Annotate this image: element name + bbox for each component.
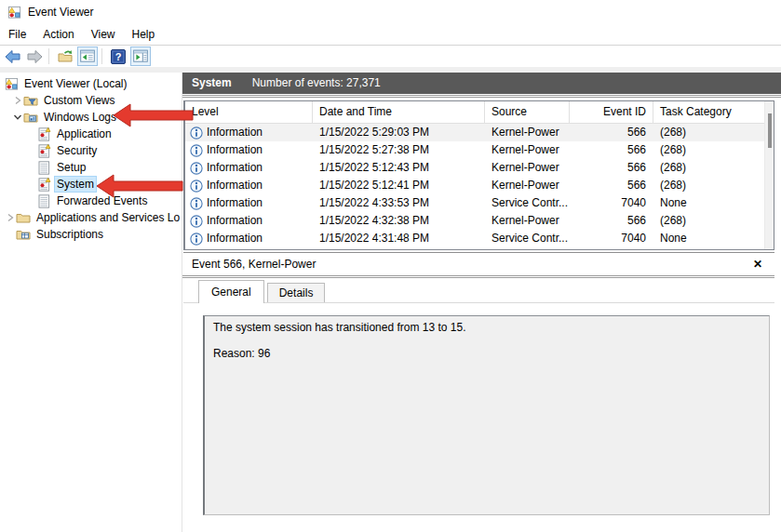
sidebar-item-application[interactable]: Application [0, 126, 182, 142]
show-console-tree-button[interactable] [77, 47, 98, 66]
cell-datetime: 1/15/2022 5:12:41 PM [313, 177, 485, 194]
sidebar-item-event-viewer-local[interactable]: Event Viewer (Local) [0, 75, 182, 92]
cell-level: Information [185, 159, 313, 177]
toolbar: ? [0, 45, 781, 67]
column-header-event-id[interactable]: Event ID [570, 101, 653, 124]
information-icon [190, 197, 203, 210]
back-arrow-icon [5, 49, 20, 64]
chevron-expanded-icon[interactable] [11, 113, 23, 122]
help-icon: ? [111, 49, 126, 64]
cell-task-category: None [653, 230, 764, 247]
help-button[interactable]: ? [108, 47, 128, 66]
sidebar-item-setup[interactable]: Setup [0, 159, 182, 176]
cell-event-id: 566 [570, 212, 653, 230]
menu-action[interactable]: Action [34, 25, 82, 44]
log-icon [37, 161, 51, 175]
cell-source: Service Contr... [485, 230, 570, 247]
column-header-date-and-time[interactable]: Date and Time [313, 101, 485, 124]
cell-event-id: 566 [570, 124, 653, 141]
event-row[interactable]: Information 1/15/2022 4:31:48 PM Service… [185, 230, 764, 247]
sidebar-item-subscriptions[interactable]: Subscriptions [0, 226, 182, 243]
forward-button[interactable] [24, 47, 45, 66]
preview-title: Event 566, Kernel-Power [192, 258, 316, 271]
cell-level: Information [185, 177, 313, 194]
console-tree-icon [80, 49, 95, 63]
close-icon[interactable]: ✕ [753, 253, 762, 275]
event-row[interactable]: Information 1/15/2022 5:27:38 PM Kernel-… [185, 141, 764, 159]
sidebar-item-system[interactable]: System [0, 176, 182, 193]
events-table-header: Level Date and Time Source Event ID Task… [185, 101, 764, 124]
event-viewer-window: Event Viewer File Action View Help [0, 0, 781, 532]
cell-source: Kernel-Power [485, 141, 570, 159]
chevron-right-icon[interactable] [11, 96, 23, 105]
sidebar-item-applications-and-services-logs[interactable]: Applications and Services Lo [0, 209, 182, 226]
back-button[interactable] [2, 47, 22, 66]
event-row[interactable]: Information 1/15/2022 4:32:38 PM Kernel-… [185, 212, 764, 230]
event-row[interactable]: Information 1/15/2022 5:12:41 PM Kernel-… [185, 177, 764, 194]
tab-details[interactable]: Details [267, 283, 326, 302]
cell-event-id: 7040 [570, 230, 653, 247]
cell-datetime: 1/15/2022 4:33:53 PM [313, 194, 485, 212]
show-action-pane-button[interactable] [130, 47, 151, 66]
event-row[interactable]: Information 1/15/2022 5:12:43 PM Kernel-… [185, 159, 764, 177]
selected-tree-item-label: System [55, 177, 96, 192]
cell-source: Kernel-Power [485, 159, 570, 177]
event-description-box[interactable]: The system session has transitioned from… [203, 315, 770, 515]
vertical-scrollbar[interactable] [764, 101, 774, 249]
menu-view[interactable]: View [83, 25, 124, 44]
window-title: Event Viewer [28, 6, 93, 19]
event-row-partial[interactable] [185, 247, 764, 250]
column-header-level[interactable]: Level [185, 101, 313, 124]
column-header-source[interactable]: Source [485, 101, 570, 124]
cell-datetime: 1/15/2022 5:27:38 PM [313, 141, 485, 159]
cell-task-category: None [653, 194, 764, 212]
toolbar-separator [48, 48, 49, 64]
cell-task-category: (268) [653, 177, 764, 194]
information-icon [190, 180, 203, 193]
event-viewer-app-icon [7, 6, 21, 20]
event-reason: Reason: 96 [213, 347, 761, 360]
folder-export-icon [58, 49, 73, 64]
title-bar: Event Viewer [0, 0, 781, 24]
cell-task-category: (268) [653, 124, 764, 141]
subscriptions-folder-icon [16, 227, 31, 242]
event-viewer-icon [5, 77, 19, 91]
cell-task-category: (268) [653, 159, 764, 177]
cell-datetime: 1/15/2022 4:32:38 PM [313, 212, 485, 230]
sidebar-item-custom-views[interactable]: Custom Views [0, 92, 182, 109]
windows-logs-folder-icon [23, 110, 38, 125]
tab-general[interactable]: General [198, 280, 264, 303]
toolbar-separator [101, 48, 102, 64]
sidebar-item-windows-logs[interactable]: Windows Logs [0, 109, 182, 126]
events-count: Number of events: 27,371 [252, 76, 381, 89]
cell-level [185, 247, 313, 250]
log-alert-icon [37, 144, 51, 158]
folder-icon [16, 210, 31, 225]
cell-level: Information [185, 141, 313, 159]
cell-source: Kernel-Power [485, 124, 570, 141]
log-alert-icon [37, 127, 51, 141]
menu-file[interactable]: File [0, 25, 34, 44]
cell-datetime: 1/15/2022 4:31:48 PM [313, 230, 485, 247]
action-pane-icon [133, 49, 148, 63]
event-row[interactable]: Information 1/15/2022 5:29:03 PM Kernel-… [185, 124, 764, 141]
column-header-task-category[interactable]: Task Category [653, 101, 764, 124]
information-icon [190, 144, 203, 157]
event-row[interactable]: Information 1/15/2022 4:33:53 PM Service… [185, 194, 764, 212]
menu-help[interactable]: Help [124, 25, 164, 44]
scrollbar-thumb[interactable] [768, 113, 772, 148]
chevron-right-icon[interactable] [4, 213, 16, 222]
sidebar-item-forwarded-events[interactable]: Forwarded Events [0, 193, 182, 209]
sidebar-item-security[interactable]: Security [0, 142, 182, 159]
cell-source: Kernel-Power [485, 212, 570, 230]
cell-datetime: 1/15/2022 5:12:43 PM [313, 159, 485, 177]
menu-bar: File Action View Help [0, 24, 781, 45]
cell-task-category: (268) [653, 212, 764, 230]
information-icon [190, 250, 203, 251]
cell-task-category: (268) [653, 141, 764, 159]
cell-datetime: 1/15/2022 5:29:03 PM [313, 124, 485, 141]
open-saved-log-button[interactable] [55, 47, 75, 66]
cell-level: Information [185, 124, 313, 141]
log-alert-icon [37, 178, 51, 192]
cell-level: Information [185, 212, 313, 230]
